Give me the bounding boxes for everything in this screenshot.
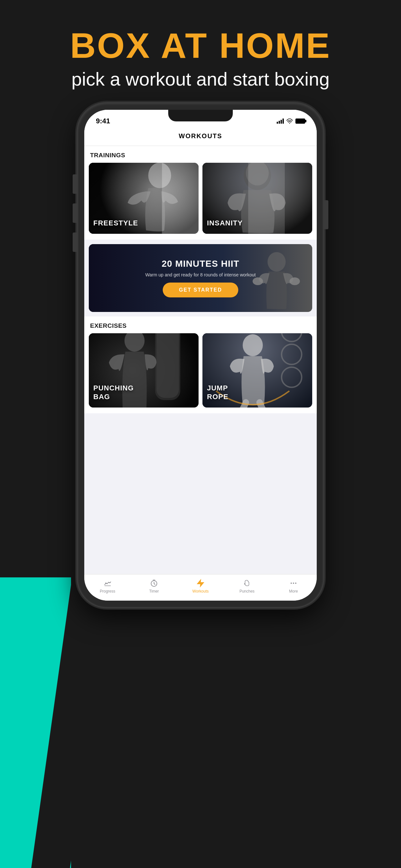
tab-timer-label: Timer (149, 589, 159, 593)
tab-more[interactable]: More (270, 579, 317, 593)
tab-more-label: More (289, 589, 298, 593)
svg-point-32 (295, 583, 297, 584)
hiit-subtitle: Warm up and get ready for 8 rounds of in… (145, 272, 256, 277)
exercises-section: EXERCISES (84, 316, 317, 413)
app-header: BOX AT HOME pick a workout and start box… (0, 0, 401, 103)
tab-workouts[interactable]: Workouts (177, 579, 224, 593)
exercises-label: EXERCISES (84, 316, 317, 333)
hiit-title: 20 MINUTES HIIT (162, 259, 240, 269)
hiit-content: 20 MINUTES HIIT Warm up and get ready fo… (89, 244, 312, 312)
exercise-cards-row: PUNCHINGBAG (84, 333, 317, 413)
svg-line-28 (154, 584, 155, 585)
training-cards-row: FREESTYLE (84, 163, 317, 240)
notch (168, 110, 233, 121)
svg-point-23 (105, 583, 106, 584)
phone-screen: 9:41 WORKOUTS TRAININGS (84, 110, 317, 600)
app-title: BOX AT HOME (19, 26, 382, 65)
freestyle-label: FREESTYLE (93, 219, 138, 227)
timer-icon (150, 579, 158, 588)
tab-progress[interactable]: Progress (84, 579, 131, 593)
battery-icon (296, 119, 305, 124)
nav-header: WORKOUTS (84, 128, 317, 146)
tab-punches[interactable]: Punches (224, 579, 270, 593)
tab-timer[interactable]: Timer (131, 579, 177, 593)
teal-accent-left (0, 578, 71, 868)
svg-rect-7 (248, 163, 285, 234)
status-icons (277, 119, 305, 124)
punching-bag-label: PUNCHINGBAG (93, 384, 134, 401)
svg-point-0 (289, 123, 290, 124)
svg-point-21 (243, 334, 263, 356)
svg-rect-3 (162, 163, 198, 234)
punching-bag-card[interactable]: PUNCHINGBAG (89, 333, 198, 407)
insanity-label: INSANITY (207, 219, 243, 227)
progress-icon (103, 579, 112, 588)
wifi-icon (286, 119, 293, 124)
tab-workouts-label: Workouts (192, 589, 209, 593)
app-subtitle: pick a workout and start boxing (19, 68, 382, 90)
svg-marker-29 (197, 579, 204, 587)
workouts-icon (196, 579, 205, 588)
status-time: 9:41 (96, 117, 110, 125)
freestyle-card[interactable]: FREESTYLE (89, 163, 198, 234)
tab-bar: Progress Timer (84, 574, 317, 600)
get-started-button[interactable]: GET STARTED (163, 283, 238, 298)
trainings-section: TRAININGS (84, 146, 317, 240)
page-title: WORKOUTS (179, 132, 222, 140)
signal-icon (277, 119, 284, 124)
punches-icon (243, 579, 251, 588)
svg-point-31 (293, 583, 294, 584)
tab-progress-label: Progress (100, 589, 115, 593)
insanity-card[interactable]: INSANITY (203, 163, 312, 234)
svg-point-30 (290, 583, 292, 584)
more-icon (289, 579, 298, 588)
tab-punches-label: Punches (240, 589, 255, 593)
jump-rope-card[interactable]: JUMPROPE (203, 333, 312, 407)
trainings-label: TRAININGS (84, 146, 317, 163)
scroll-content: TRAININGS (84, 146, 317, 574)
phone-frame: 9:41 WORKOUTS TRAININGS (78, 103, 323, 607)
hiit-banner[interactable]: 20 MINUTES HIIT Warm up and get ready fo… (89, 244, 312, 312)
jump-rope-label: JUMPROPE (207, 384, 228, 401)
svg-rect-14 (157, 333, 179, 398)
